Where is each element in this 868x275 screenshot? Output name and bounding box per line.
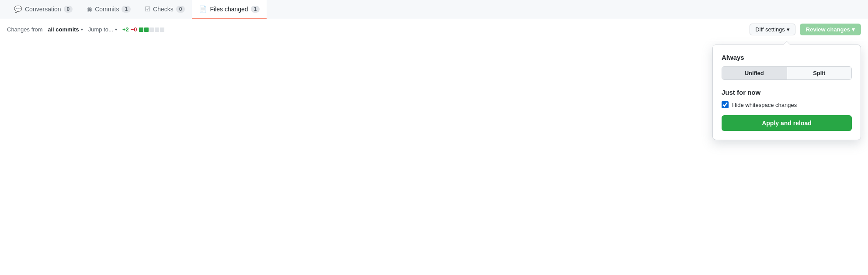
review-changes-chevron-icon: ▾ [852, 26, 855, 33]
review-changes-label: Review changes [806, 26, 850, 33]
jump-to-label: Jump to... [88, 26, 113, 33]
dropdown-arrow [783, 41, 790, 45]
checks-tab-label: Checks [153, 6, 174, 13]
hide-whitespace-checkbox[interactable] [722, 101, 729, 108]
diff-bar [139, 28, 164, 32]
files-changed-tab-label: Files changed [210, 6, 248, 13]
tab-commits[interactable]: ◉ Commits 1 [80, 0, 138, 19]
additions-count: +2 [122, 26, 129, 33]
checks-tab-count: 0 [176, 6, 185, 13]
conversation-tab-label: Conversation [25, 6, 61, 13]
changes-from-chevron-icon: ▾ [81, 27, 83, 32]
diff-settings-button[interactable]: Diff settings ▾ [750, 24, 795, 35]
commits-tab-label: Commits [95, 6, 119, 13]
diff-bar-seg-5 [160, 28, 164, 32]
toolbar: Changes from all commits ▾ Jump to... ▾ … [0, 19, 868, 40]
tab-bar: 💬 Conversation 0 ◉ Commits 1 ☑ Checks 0 … [0, 0, 868, 19]
review-changes-button[interactable]: Review changes ▾ [800, 24, 861, 35]
hide-whitespace-row: Hide whitespace changes [722, 101, 852, 108]
split-toggle-button[interactable]: Split [787, 67, 852, 79]
tab-checks[interactable]: ☑ Checks 0 [138, 0, 192, 19]
diff-settings-panel: Always Unified Split Just for now Hide w… [712, 45, 861, 140]
apply-reload-button[interactable]: Apply and reload [722, 115, 852, 131]
checks-icon: ☑ [145, 5, 150, 13]
diff-settings-chevron-icon: ▾ [787, 26, 790, 33]
unified-toggle-button[interactable]: Unified [722, 67, 787, 79]
diff-stat: +2 −0 [122, 26, 164, 33]
diff-view-toggle-group: Unified Split [722, 66, 852, 80]
diff-bar-seg-1 [139, 28, 143, 32]
deletions-count: −0 [131, 26, 137, 33]
changes-from-value: all commits [48, 26, 79, 33]
hide-whitespace-label: Hide whitespace changes [732, 102, 797, 108]
conversation-icon: 💬 [14, 5, 22, 13]
diff-bar-seg-2 [144, 28, 149, 32]
changes-from-button[interactable]: Changes from all commits ▾ [7, 26, 83, 33]
toolbar-right: Diff settings ▾ Review changes ▾ Always … [750, 24, 861, 35]
files-changed-tab-count: 1 [251, 6, 260, 13]
jump-to-chevron-icon: ▾ [115, 27, 117, 32]
jump-to-button[interactable]: Jump to... ▾ [88, 26, 117, 33]
conversation-tab-count: 0 [64, 6, 73, 13]
just-for-now-section-title: Just for now [722, 89, 852, 96]
diff-bar-seg-3 [149, 28, 154, 32]
diff-bar-seg-4 [155, 28, 159, 32]
always-section-title: Always [722, 54, 852, 61]
tab-conversation[interactable]: 💬 Conversation 0 [7, 0, 80, 19]
commits-tab-count: 1 [122, 6, 131, 13]
commits-icon: ◉ [87, 5, 92, 13]
files-changed-icon: 📄 [199, 5, 207, 13]
changes-from-prefix: Changes from [7, 26, 43, 33]
tab-files-changed[interactable]: 📄 Files changed 1 [192, 0, 267, 19]
diff-settings-label: Diff settings [755, 26, 785, 33]
